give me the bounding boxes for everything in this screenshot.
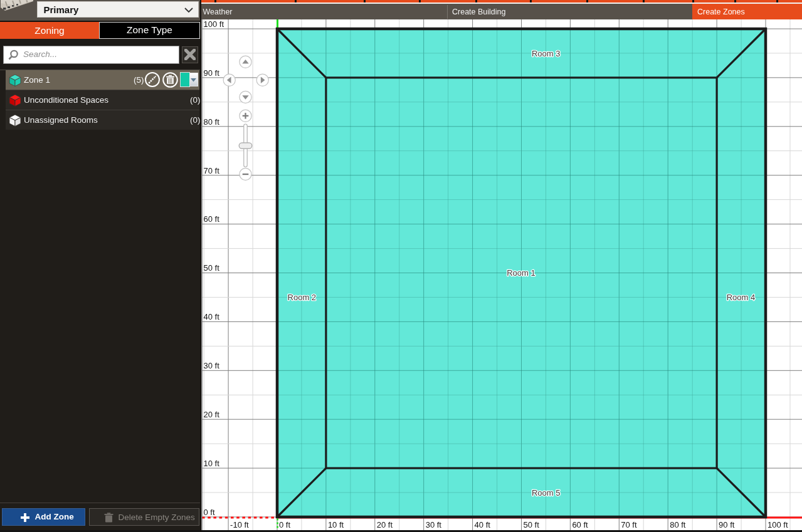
svg-text:100 ft: 100 ft xyxy=(768,520,788,529)
svg-text:30 ft: 30 ft xyxy=(426,520,442,529)
svg-text:Room 3: Room 3 xyxy=(532,49,561,58)
svg-text:10 ft: 10 ft xyxy=(204,458,220,467)
svg-text:40 ft: 40 ft xyxy=(475,520,491,529)
svg-text:-10 ft: -10 ft xyxy=(230,520,249,529)
svg-text:Room 5: Room 5 xyxy=(532,488,561,498)
svg-text:40 ft: 40 ft xyxy=(204,312,220,321)
svg-text:60 ft: 60 ft xyxy=(204,214,220,224)
svg-text:20 ft: 20 ft xyxy=(377,520,393,529)
svg-text:Room 4: Room 4 xyxy=(727,293,756,302)
svg-text:30 ft: 30 ft xyxy=(204,361,220,370)
svg-text:70 ft: 70 ft xyxy=(204,165,220,175)
svg-text:50 ft: 50 ft xyxy=(204,263,220,273)
svg-text:20 ft: 20 ft xyxy=(204,410,220,419)
svg-text:100 ft: 100 ft xyxy=(204,19,224,29)
svg-text:90 ft: 90 ft xyxy=(719,520,735,529)
svg-text:10 ft: 10 ft xyxy=(328,520,344,529)
svg-text:0 ft: 0 ft xyxy=(279,520,290,529)
svg-text:90 ft: 90 ft xyxy=(204,68,220,77)
svg-text:0 ft: 0 ft xyxy=(204,507,215,516)
svg-text:80 ft: 80 ft xyxy=(204,117,220,126)
svg-text:70 ft: 70 ft xyxy=(621,520,637,529)
svg-text:Room 1: Room 1 xyxy=(507,268,536,278)
svg-text:50 ft: 50 ft xyxy=(524,520,540,529)
svg-text:Room 2: Room 2 xyxy=(288,293,317,302)
svg-text:60 ft: 60 ft xyxy=(572,520,588,529)
svg-text:80 ft: 80 ft xyxy=(670,520,686,529)
